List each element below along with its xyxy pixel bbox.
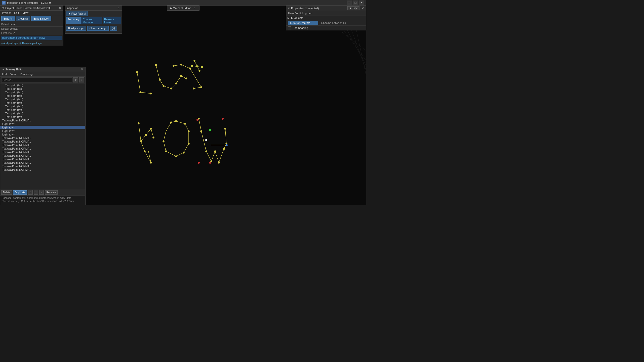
minimize-button[interactable]: ─: [347, 1, 352, 5]
menu-view-scenery[interactable]: View: [10, 72, 17, 76]
default-compar-label: Default compar: [1, 27, 18, 30]
scenery-list-item[interactable]: Taxi path (taxi): [0, 112, 85, 115]
scenery-editor-close[interactable]: ✕: [80, 68, 84, 71]
scenery-list-item[interactable]: Taxi path (taxi): [0, 101, 85, 105]
scenery-list-item[interactable]: TaxiwayPoint NORMAL: [0, 147, 85, 150]
material-editor-close[interactable]: ✕: [193, 6, 196, 10]
filter-path-button[interactable]: ▼ Filter Path M: [66, 11, 88, 16]
svg-point-81: [223, 148, 225, 150]
tab-content-manager[interactable]: Content Manager: [81, 17, 102, 24]
package-item[interactable]: bahrometrix-dortmund-airport-edlw: [1, 36, 62, 40]
svg-point-17: [185, 78, 187, 79]
svg-line-36: [145, 151, 151, 163]
nav-up-button[interactable]: ↑: [34, 190, 38, 195]
sort-icon[interactable]: ↕: [79, 77, 84, 82]
scenery-list-item[interactable]: TaxiwayPoint NORMAL: [0, 157, 85, 161]
inspector-action-buttons: Build package Clean package (?): [65, 25, 122, 31]
tab-release-notes[interactable]: Release Notes: [103, 17, 121, 24]
window-controls: ─ □ ✕: [347, 1, 364, 5]
scenery-list-item[interactable]: TaxiwayPoint NORMAL: [0, 136, 85, 140]
svg-line-5: [156, 65, 160, 80]
scenery-editor-header: ▼ Scenery Editor* ✕: [0, 67, 85, 72]
svg-point-76: [200, 130, 202, 132]
menu-project[interactable]: Project: [1, 11, 11, 15]
svg-point-16: [180, 75, 182, 77]
project-editor-panel: ▼ Project Editor [Dortmund-Airport.xml] …: [0, 6, 63, 46]
scenery-list-item[interactable]: Taxi path (taxi): [0, 98, 85, 101]
svg-point-58: [170, 122, 172, 123]
clean-package-button[interactable]: Clean package: [87, 26, 109, 31]
svg-line-54: [166, 151, 176, 156]
svg-line-52: [184, 144, 189, 153]
scenery-list-item[interactable]: Light row*: [0, 122, 85, 126]
scenery-list-item[interactable]: Light row*: [0, 129, 85, 133]
svg-line-69: [206, 151, 211, 161]
has-heading-checkbox[interactable]: [288, 26, 291, 29]
delete-button[interactable]: Delete: [1, 190, 12, 195]
remove-package-button[interactable]: ⊟ Remove package: [19, 42, 42, 45]
svg-point-87: [222, 118, 224, 120]
scenery-list-item[interactable]: TaxiwayPoint NORMAL: [0, 143, 85, 147]
scenery-list-item[interactable]: Taxi path (taxi): [0, 115, 85, 119]
scenery-list-item[interactable]: TaxiwayPoint NORMAL: [0, 140, 85, 143]
maximize-button[interactable]: □: [353, 1, 358, 5]
svg-point-75: [198, 118, 199, 119]
tab-summary[interactable]: Summary: [66, 17, 81, 24]
load-asset-group-button[interactable]: Load this asset group: [2, 204, 30, 205]
scenery-list: Taxi path (taxi)Taxi path (taxi)Taxi pat…: [0, 83, 85, 189]
menu-edit-scenery[interactable]: Edit: [1, 72, 8, 76]
type-button[interactable]: ▼ Type: [347, 6, 359, 10]
scenery-list-item[interactable]: TaxiwayPoint NORMAL: [0, 150, 85, 154]
svg-line-49: [176, 121, 185, 124]
scenery-list-item[interactable]: TaxiwayPoint NORMAL: [0, 161, 85, 164]
package-footer: + Add package ⊟ Remove package: [0, 41, 63, 46]
scenery-list-item[interactable]: Taxi path (taxi): [0, 108, 85, 112]
scenery-list-item[interactable]: TaxiwayPoint NORMAL: [0, 154, 85, 157]
svg-line-71: [215, 151, 219, 163]
build-package-button[interactable]: Build package: [66, 26, 86, 31]
scenery-list-item[interactable]: Light row*: [0, 126, 85, 129]
scenery-list-item[interactable]: TaxiwayPoint NORMAL: [0, 119, 85, 122]
objects-section[interactable]: ▶ ▶ Objects: [286, 16, 366, 20]
build-export-button[interactable]: Build & export: [31, 16, 51, 21]
properties-header: ▼ Properties (1 selected) ▼ Type ✕: [286, 6, 366, 11]
svg-line-35: [141, 141, 145, 151]
project-editor-close[interactable]: ✕: [58, 6, 62, 10]
scenery-list-item[interactable]: Light row*: [0, 133, 85, 136]
scenery-list-item[interactable]: Taxi path (taxi): [0, 94, 85, 98]
nav-up-up-button[interactable]: ⇈: [28, 190, 33, 195]
svg-line-67: [199, 119, 201, 131]
material-editor-panel[interactable]: ▶ Material Editor ✕: [167, 6, 199, 11]
properties-close[interactable]: ✕: [361, 7, 365, 10]
svg-point-89: [205, 139, 207, 141]
svg-point-61: [188, 130, 189, 132]
build-all-button[interactable]: Build All: [1, 16, 15, 21]
scenery-list-item[interactable]: TaxiwayPoint NORMAL: [0, 164, 85, 168]
spacing-value: 1.000000 meters: [288, 21, 318, 25]
svg-point-42: [140, 141, 142, 142]
filter-icon[interactable]: ▼: [73, 77, 78, 82]
scenery-list-item[interactable]: Taxi path (taxi): [0, 87, 85, 90]
svg-point-32: [200, 86, 202, 88]
add-package-button[interactable]: + Add package: [1, 42, 18, 45]
nav-down-button[interactable]: ↓: [39, 190, 44, 195]
scenery-list-item[interactable]: TaxiwayPoint NORMAL: [0, 168, 85, 171]
scenery-list-item[interactable]: Taxi path (taxi): [0, 83, 85, 87]
menu-rendering[interactable]: Rendering: [19, 72, 33, 76]
svg-point-21: [199, 70, 200, 72]
search-input[interactable]: [1, 77, 72, 82]
help-button[interactable]: (?): [110, 26, 117, 31]
clean-all-button[interactable]: Clean All: [16, 16, 30, 21]
scenery-list-item[interactable]: Taxi path (taxi): [0, 105, 85, 108]
svg-point-33: [193, 88, 194, 89]
rename-button[interactable]: Rename: [45, 190, 58, 195]
svg-line-39: [146, 129, 151, 135]
duplicate-button[interactable]: Duplicate: [13, 190, 27, 195]
save-scenery-button[interactable]: Save Scenery: [32, 204, 50, 205]
menu-edit[interactable]: Edit: [13, 11, 20, 15]
close-button[interactable]: ✕: [359, 1, 364, 5]
svg-point-66: [163, 141, 164, 142]
inspector-close[interactable]: ✕: [117, 6, 120, 10]
menu-view[interactable]: View: [22, 11, 29, 15]
scenery-list-item[interactable]: Taxi path (taxi): [0, 90, 85, 94]
